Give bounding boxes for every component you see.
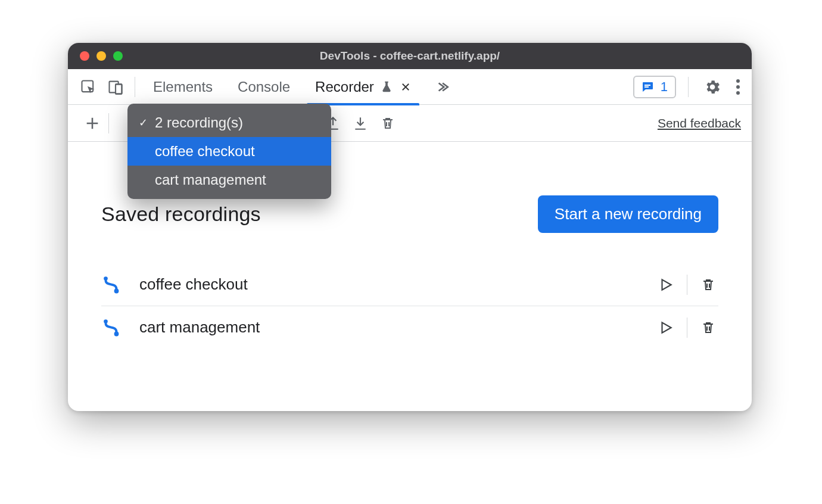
inspect-element-icon[interactable] [76, 75, 100, 99]
dropdown-option[interactable]: cart management [127, 166, 331, 194]
devtools-tabstrip: Elements Console Recorder [68, 69, 752, 105]
play-recording-icon[interactable] [656, 318, 676, 338]
recording-row[interactable]: cart management [101, 306, 718, 349]
close-tab-icon[interactable] [399, 82, 411, 92]
separator [687, 275, 687, 295]
delete-recording-icon[interactable] [698, 275, 718, 295]
separator [135, 77, 135, 97]
tab-label: Console [238, 79, 290, 95]
send-feedback-link[interactable]: Send feedback [658, 116, 741, 130]
dropdown-option-label: cart management [155, 172, 266, 188]
svg-point-7 [114, 288, 119, 293]
recording-dropdown-menu: 2 recording(s) coffee checkout cart mana… [127, 104, 331, 199]
more-tabs-icon[interactable] [430, 75, 454, 99]
dropdown-option-label: coffee checkout [155, 143, 255, 160]
dropdown-summary-item[interactable]: 2 recording(s) [127, 108, 331, 137]
delete-icon[interactable] [374, 110, 401, 137]
tab-console[interactable]: Console [227, 69, 301, 105]
dropdown-summary-label: 2 recording(s) [155, 114, 243, 131]
kebab-menu-icon[interactable] [733, 79, 743, 95]
svg-rect-5 [644, 86, 649, 88]
separator [688, 77, 689, 97]
recording-name: coffee checkout [139, 275, 248, 294]
window-zoom-button[interactable] [113, 51, 123, 61]
svg-rect-2 [116, 84, 122, 94]
new-recording-icon[interactable] [79, 110, 106, 137]
import-icon[interactable] [347, 110, 374, 137]
issues-count: 1 [661, 79, 668, 95]
titlebar: DevTools - coffee-cart.netlify.app/ [68, 43, 752, 69]
experiment-flask-icon [380, 80, 393, 94]
delete-recording-icon[interactable] [698, 318, 718, 338]
settings-gear-icon[interactable] [700, 75, 724, 99]
dropdown-option[interactable]: coffee checkout [127, 137, 331, 166]
start-new-recording-button[interactable]: Start a new recording [538, 195, 718, 233]
flow-icon [101, 317, 123, 338]
svg-point-9 [114, 331, 119, 336]
recording-row[interactable]: coffee checkout [101, 263, 718, 306]
separator [108, 113, 109, 133]
chat-icon [640, 80, 655, 94]
window-title: DevTools - coffee-cart.netlify.app/ [68, 49, 752, 63]
tab-recorder[interactable]: Recorder [304, 69, 422, 105]
recording-name: cart management [139, 318, 260, 337]
separator [687, 318, 687, 338]
device-toolbar-icon[interactable] [104, 75, 127, 99]
svg-rect-4 [644, 85, 650, 86]
tab-elements[interactable]: Elements [142, 69, 223, 105]
play-recording-icon[interactable] [656, 275, 676, 295]
flow-icon [101, 274, 123, 295]
issues-button[interactable]: 1 [633, 76, 676, 98]
window-minimize-button[interactable] [96, 51, 106, 61]
window-close-button[interactable] [80, 51, 89, 61]
devtools-window: DevTools - coffee-cart.netlify.app/ Elem… [68, 43, 752, 411]
page-heading: Saved recordings [101, 203, 261, 226]
tab-label: Elements [153, 79, 213, 95]
check-icon [137, 116, 149, 129]
tab-label: Recorder [315, 79, 374, 95]
